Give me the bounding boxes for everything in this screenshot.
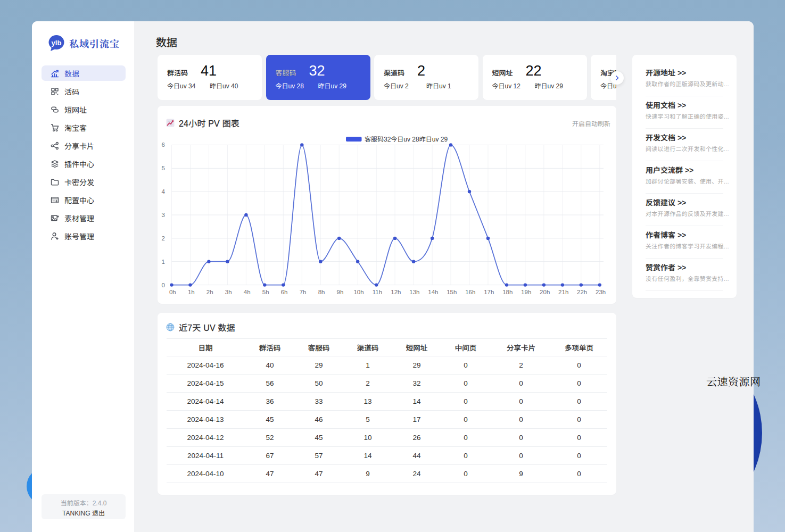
svg-text:18h: 18h — [502, 289, 513, 295]
svg-text:0: 0 — [162, 282, 165, 288]
svg-text:14h: 14h — [428, 289, 438, 295]
svg-text:4h: 4h — [244, 289, 251, 295]
svg-text:9h: 9h — [337, 289, 344, 295]
svg-text:12h: 12h — [391, 289, 401, 295]
svg-text:2: 2 — [162, 235, 165, 242]
svg-text:11h: 11h — [373, 289, 382, 295]
svg-text:10h: 10h — [353, 289, 363, 295]
svg-text:3h: 3h — [225, 289, 232, 295]
svg-text:7h: 7h — [300, 289, 307, 295]
svg-text:客服码32今日uv 28昨日uv 29: 客服码32今日uv 28昨日uv 29 — [365, 136, 448, 143]
svg-text:17h: 17h — [484, 289, 494, 295]
svg-text:1: 1 — [162, 259, 165, 265]
svg-text:6h: 6h — [281, 289, 288, 295]
svg-text:3: 3 — [162, 212, 165, 218]
svg-text:15h: 15h — [447, 289, 457, 295]
svg-text:5: 5 — [162, 165, 165, 171]
svg-text:16h: 16h — [465, 289, 475, 295]
svg-text:21h: 21h — [558, 289, 568, 295]
svg-text:8h: 8h — [318, 289, 325, 295]
svg-text:6: 6 — [162, 142, 165, 148]
svg-text:5h: 5h — [262, 289, 269, 295]
svg-text:2h: 2h — [206, 289, 213, 295]
svg-text:19h: 19h — [521, 289, 531, 295]
svg-text:20h: 20h — [540, 289, 550, 295]
svg-text:1h: 1h — [188, 289, 195, 295]
svg-text:0h: 0h — [169, 289, 176, 295]
svg-text:4: 4 — [162, 188, 166, 195]
svg-text:23h: 23h — [596, 289, 606, 295]
svg-text:22h: 22h — [577, 289, 587, 295]
svg-text:ylb: ylb — [52, 39, 62, 47]
svg-text:13h: 13h — [409, 289, 419, 295]
